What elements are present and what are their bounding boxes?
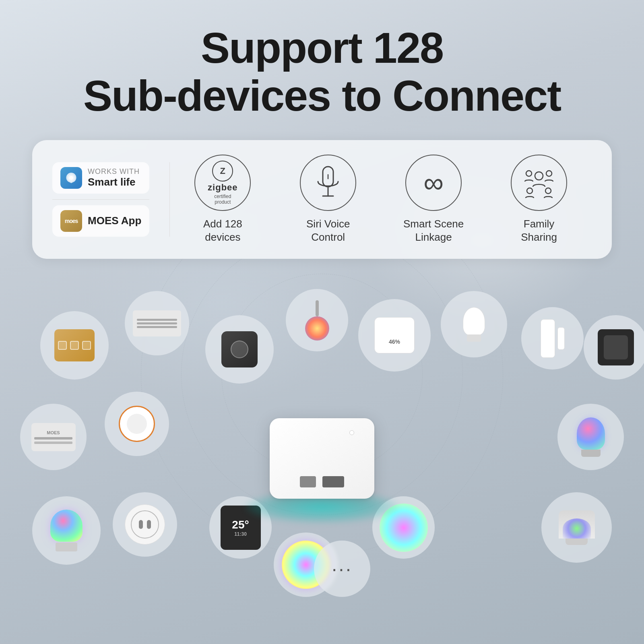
zigbee-circle: Z zigbee certifiedproduct [194,155,251,211]
devices-section: 79° 46% MOES [0,267,644,637]
family-icon [521,165,557,201]
smart-life-item: WORKS WITH Smart life [52,162,149,194]
device-circle-door [521,307,584,369]
title-line1: Support 128 [201,23,443,72]
controller-board-icon [133,310,181,336]
wall-switch-icon [598,329,634,365]
svg-point-8 [527,188,533,194]
main-content: Support 128 Sub-devices to Connect WORKS… [0,0,644,637]
svg-point-5 [535,172,543,180]
rgb-bulb-icon [50,510,83,551]
infinity-icon: ∞ [423,169,444,197]
divider [52,199,149,200]
switch-btn-1 [58,341,67,350]
feature-scene: ∞ Smart Scene Linkage [381,155,486,245]
hub-device [270,418,374,499]
feature-family: Family Sharing [486,155,592,245]
works-with-label: WORKS WITH [88,167,140,176]
moes-app-item: moes MOES App [52,205,149,237]
mic-icon [314,165,342,201]
works-with-section: WORKS WITH Smart life moes MOES App [52,162,170,237]
hub-led [349,430,354,435]
device-circle-more: ··· [314,541,370,597]
svg-point-9 [545,188,551,194]
device-circle-recessed [286,289,348,351]
switch-btn-2 [70,341,79,350]
moes-icon: moes [60,210,82,232]
door-sensor-icon [541,319,565,358]
scene-label: Smart Scene Linkage [403,217,464,245]
device-circle-temp: 79° 46% [358,299,431,372]
device-circle-plug-module: MOES [20,404,87,470]
siri-circle [300,155,356,211]
hub-ports [300,476,344,487]
main-title: Support 128 Sub-devices to Connect [83,24,561,120]
scene-circle: ∞ [405,155,462,211]
device-circle-wall-switch [584,315,644,380]
svg-point-0 [69,176,73,180]
device-circle-colored-bulb [557,404,624,470]
ceiling-arm-icon [305,300,329,341]
svg-point-6 [526,171,532,176]
smart-life-icon [60,167,82,189]
device-circle-spotlight [541,492,612,563]
smart-life-text: WORKS WITH Smart life [88,167,140,188]
device-circle-eu-socket [113,492,177,557]
family-circle [511,155,567,211]
spotlight-icon [559,510,595,545]
motion-sensor-icon [463,307,485,342]
hub-eth-port [322,476,344,487]
device-circle-controller [125,291,189,355]
moes-text: MOES App [88,215,141,227]
zigbee-z: Z [212,161,233,182]
hub-container [246,418,398,523]
siri-label: Siri Voice Control [306,217,350,245]
eu-socket-icon [125,504,165,545]
temp-sensor-icon: 79° 46% [374,317,415,353]
zigbee-label: Add 128 devices [203,217,242,245]
device-circle-camera [205,315,274,384]
zigbee-icon: Z zigbee certifiedproduct [208,161,237,205]
moes-app-name: MOES App [88,215,141,227]
feature-siri: Siri Voice Control [275,155,381,245]
device-circle-rgb-bulb [32,496,101,565]
device-circle-switch [40,311,109,380]
switch-btn-3 [82,341,91,350]
hub-usb-port [300,476,316,487]
feature-zigbee: Z zigbee certifiedproduct Add 128 device… [170,155,275,245]
family-label: Family Sharing [521,217,557,245]
feature-bar: WORKS WITH Smart life moes MOES App Z zi… [32,140,612,259]
device-circle-motion [441,291,507,357]
camera-icon [221,331,258,367]
plug-module-icon: MOES [31,423,76,451]
svg-point-7 [546,171,552,176]
switch-gold-icon [54,329,95,361]
colored-bulb-icon [577,417,605,457]
device-circle-smart-plug [105,392,169,456]
more-dots-icon: ··· [332,558,353,580]
title-line2: Sub-devices to Connect [83,71,561,120]
smart-life-name: Smart life [88,176,140,188]
smart-plug-icon [119,406,155,442]
